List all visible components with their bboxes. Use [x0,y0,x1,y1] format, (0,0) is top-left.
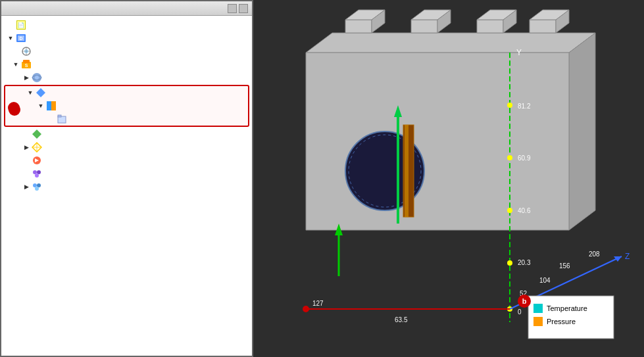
svg-text:S: S [25,63,28,68]
svg-marker-13 [36,88,45,97]
svg-point-51 [507,155,512,160]
expand-scenario: ▼ [12,60,20,68]
svg-marker-30 [306,53,569,230]
solve-icon [32,181,42,192]
motion-icon [32,155,42,166]
svg-marker-37 [530,20,556,33]
svg-point-26 [35,187,39,191]
svg-point-52 [507,208,512,213]
tree-item-bc[interactable]: ▼ [5,86,248,99]
svg-text:104: 104 [539,277,551,284]
svg-rect-15 [58,115,61,117]
svg-text:Y: Y [516,48,522,57]
panel-titlebar [1,1,252,16]
bc-item-icon [46,101,57,111]
design-icon: D [16,33,26,43]
expand-note [7,21,14,29]
svg-rect-77 [533,317,543,326]
restore-button[interactable] [228,4,237,13]
tree-item-scenario[interactable]: ▼ S [1,58,252,71]
svg-point-22 [37,170,41,174]
svg-text:81.2: 81.2 [518,103,531,110]
svg-text:0: 0 [518,308,522,316]
svg-text:60.9: 60.9 [518,155,531,162]
svg-marker-35 [477,20,503,33]
expand-motion [22,156,30,164]
tree-item-design[interactable]: ▼ D [1,32,252,45]
design-study-bar: 📄 ▼ D [0,0,253,357]
svg-text:Z: Z [625,252,630,261]
tree-item-note[interactable]: 📄 [1,18,252,32]
expand-bc-item: ▼ [37,102,45,110]
svg-marker-33 [411,20,437,33]
expand-mesh: ▶ [22,143,30,151]
svg-text:Pressure: Pressure [547,318,576,325]
svg-marker-31 [345,20,372,33]
scenario-icon: S [21,59,32,70]
svg-text:D: D [19,36,22,41]
tree-container: 📄 ▼ D [1,16,252,356]
expand-solve: ▶ [22,183,30,191]
panel-controls [228,4,248,13]
3d-viewport-svg: Y 81.2 60.9 40.6 20.3 0 Z 208 156 104 52… [253,0,644,357]
svg-text:20.3: 20.3 [518,259,531,266]
svg-text:127: 127 [312,300,324,307]
mesh-icon [32,142,42,153]
svg-marker-16 [32,130,41,139]
tree-item-mesh[interactable]: ▶ [1,141,252,154]
svg-marker-28 [306,33,595,53]
svg-rect-48 [405,125,409,217]
expand-design: ▼ [7,34,14,42]
note-icon: 📄 [16,20,26,30]
svg-text:40.6: 40.6 [518,207,531,214]
bc-highlight-group: ▼ ▼ [4,85,249,127]
tree-item-bc-item[interactable]: ▼ [5,99,248,112]
surface-icon [57,114,67,124]
svg-marker-29 [569,33,595,230]
svg-point-53 [507,260,512,266]
svg-text:208: 208 [589,250,600,258]
svg-point-71 [303,306,309,312]
expand-groups [22,170,30,178]
material-icon [32,72,42,83]
expand-surface [47,115,55,123]
svg-point-25 [37,183,41,187]
tree-item-ic[interactable] [1,128,252,141]
svg-point-12 [35,76,39,80]
bc-icon [36,87,46,98]
tree-item-solve[interactable]: ▶ [1,180,252,193]
geometry-icon [21,46,32,57]
tree-item-motion[interactable] [1,154,252,167]
tree-item-groups[interactable] [1,167,252,180]
svg-point-23 [35,174,39,178]
expand-material: ▶ [22,74,30,82]
label-a-overlay [9,104,20,116]
svg-point-50 [507,103,512,108]
tree-item-geometry[interactable] [1,45,252,58]
expand-bc: ▼ [26,89,34,97]
expand-geometry [12,47,20,55]
svg-text:156: 156 [559,262,570,270]
svg-point-24 [33,183,37,187]
ic-icon [32,129,42,139]
viewport: Y 81.2 60.9 40.6 20.3 0 Z 208 156 104 52… [253,0,644,357]
groups-icon [32,168,42,179]
svg-point-21 [33,170,37,174]
svg-rect-75 [533,304,543,313]
svg-text:63.5: 63.5 [395,316,408,323]
close-button[interactable] [239,4,248,13]
tree-item-material[interactable]: ▶ [1,71,252,84]
expand-ic [22,130,30,138]
svg-text:b: b [522,297,527,305]
tree-item-surface[interactable] [5,112,248,126]
svg-text:Temperature: Temperature [547,304,587,312]
